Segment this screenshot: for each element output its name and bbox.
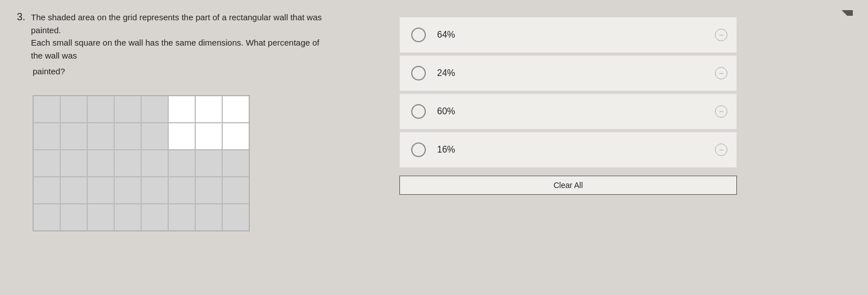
grid-container — [33, 95, 250, 231]
grid-cell — [168, 96, 195, 123]
grid-cell — [141, 150, 168, 177]
side-icon-D[interactable]: − — [715, 144, 727, 156]
answer-option-A[interactable]: 64%− — [399, 17, 737, 53]
answer-label-C: 60% — [437, 106, 455, 117]
grid-cell — [222, 204, 249, 231]
side-icon-A[interactable]: − — [715, 29, 727, 41]
side-icon-C[interactable]: − — [715, 105, 727, 118]
grid-cell — [114, 96, 141, 123]
grid-cell — [87, 150, 114, 177]
answer-label-B: 24% — [437, 68, 455, 78]
grid-cell — [222, 177, 249, 204]
grid-cell — [141, 123, 168, 150]
question-text-line3: painted? — [33, 65, 65, 78]
clear-all-button[interactable]: Clear All — [399, 176, 737, 195]
grid-cell — [60, 177, 87, 204]
question-text-line1: The shaded area on the grid represents t… — [31, 11, 323, 37]
side-icon-B[interactable]: − — [715, 67, 727, 79]
radio-A[interactable] — [411, 28, 426, 42]
grid-cell — [195, 96, 222, 123]
grid-cell — [33, 96, 60, 123]
radio-D[interactable] — [411, 142, 426, 157]
grid-cell — [33, 150, 60, 177]
grid-cell — [141, 96, 168, 123]
grid-cell — [195, 204, 222, 231]
answer-option-B[interactable]: 24%− — [399, 55, 737, 91]
answer-label-D: 16% — [437, 145, 455, 155]
question-number: 3. — [17, 11, 25, 23]
grid-cell — [195, 177, 222, 204]
grid-cell — [222, 123, 249, 150]
question-text-block: The shaded area on the grid represents t… — [31, 11, 323, 62]
grid-cell — [33, 177, 60, 204]
grid-cell — [141, 204, 168, 231]
grid-cell — [60, 204, 87, 231]
grid-cell — [33, 123, 60, 150]
answer-option-C[interactable]: 60%− — [399, 93, 737, 129]
grid-cell — [60, 96, 87, 123]
grid-cell — [60, 123, 87, 150]
grid-cell — [87, 96, 114, 123]
grid-cell — [168, 204, 195, 231]
radio-B[interactable] — [411, 66, 426, 81]
answer-option-D[interactable]: 16%− — [399, 132, 737, 168]
grid-cell — [168, 123, 195, 150]
grid-cell — [222, 150, 249, 177]
question-number-row: 3. The shaded area on the grid represent… — [17, 11, 323, 62]
grid-cell — [87, 177, 114, 204]
grid-cell — [168, 177, 195, 204]
grid-cell — [33, 204, 60, 231]
grid-cell — [195, 150, 222, 177]
question-container: 3. The shaded area on the grid represent… — [17, 11, 851, 231]
flag-icon — [842, 10, 853, 16]
question-right: 64%−24%−60%−16%− Clear All — [399, 17, 737, 195]
grid-cell — [87, 123, 114, 150]
grid-cell — [87, 204, 114, 231]
answer-label-A: 64% — [437, 30, 455, 40]
grid-cell — [114, 204, 141, 231]
grid-cell — [114, 150, 141, 177]
radio-C[interactable] — [411, 104, 426, 119]
grid-cell — [222, 96, 249, 123]
grid-cell — [114, 123, 141, 150]
grid-cell — [60, 150, 87, 177]
question-left: 3. The shaded area on the grid represent… — [17, 11, 366, 231]
grid-cell — [114, 177, 141, 204]
wall-grid — [33, 95, 250, 231]
grid-cell — [141, 177, 168, 204]
question-text-line2: Each small square on the wall has the sa… — [31, 37, 323, 62]
answer-options-container: 64%−24%−60%−16%− — [399, 17, 737, 170]
grid-cell — [168, 150, 195, 177]
grid-cell — [195, 123, 222, 150]
